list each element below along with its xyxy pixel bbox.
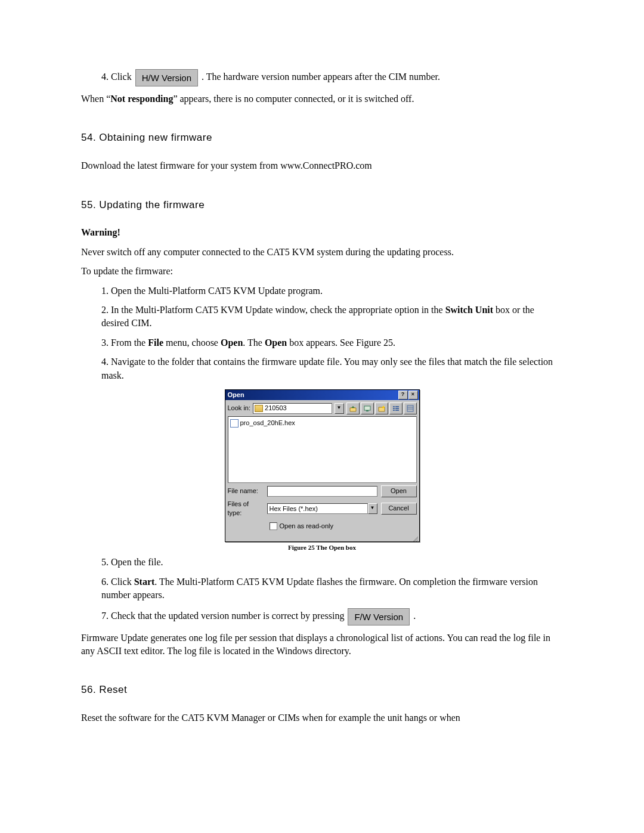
new-folder-icon[interactable] bbox=[375, 402, 388, 414]
sec55-never: Never switch off any computer connected … bbox=[81, 246, 563, 259]
sec55-toupdate: To update the firmware: bbox=[81, 265, 563, 278]
file-name: pro_osd_20hE.hex bbox=[240, 419, 295, 428]
svg-rect-4 bbox=[393, 408, 395, 409]
folder-icon bbox=[255, 405, 263, 412]
sec54-body: Download the latest firmware for your sy… bbox=[81, 159, 563, 172]
svg-rect-6 bbox=[393, 410, 395, 411]
svg-rect-2 bbox=[393, 406, 395, 407]
text: 4. Click bbox=[101, 72, 134, 82]
svg-rect-3 bbox=[395, 406, 399, 407]
list-item: 6. Click Start. The Multi-Platform CAT5 … bbox=[81, 575, 563, 602]
lookin-value: 210503 bbox=[265, 404, 287, 413]
file-icon bbox=[230, 419, 239, 428]
heading-56: 56. Reset bbox=[81, 683, 563, 697]
open-bold: Open bbox=[265, 337, 287, 348]
filetype-label: Files of type: bbox=[228, 500, 264, 518]
lookin-label: Look in: bbox=[228, 404, 251, 413]
sec56-body: Reset the software for the CAT5 KVM Mana… bbox=[81, 711, 563, 724]
open-dialog: Open ? × Look in: 210503 ▼ bbox=[225, 389, 420, 542]
fw-version-button[interactable]: F/W Version bbox=[348, 608, 410, 625]
svg-rect-5 bbox=[395, 408, 399, 409]
text: 6. Click bbox=[101, 577, 134, 587]
help-button[interactable]: ? bbox=[398, 391, 408, 400]
up-folder-icon[interactable] bbox=[346, 402, 360, 414]
list-view-icon[interactable] bbox=[389, 402, 402, 414]
resize-grip[interactable] bbox=[225, 535, 419, 541]
details-view-icon[interactable] bbox=[404, 402, 417, 414]
text: box appears. See Figure 25. bbox=[287, 337, 395, 348]
text: . The hardware version number appears af… bbox=[202, 72, 440, 82]
open-button[interactable]: Open bbox=[381, 485, 417, 497]
filename-label: File name: bbox=[228, 487, 264, 496]
switch-unit-bold: Switch Unit bbox=[445, 305, 493, 315]
cancel-button[interactable]: Cancel bbox=[381, 503, 417, 515]
svg-rect-7 bbox=[395, 410, 399, 411]
list-item: 3. From the File menu, choose Open. The … bbox=[81, 336, 563, 349]
list-item[interactable]: pro_osd_20hE.hex bbox=[230, 419, 414, 428]
sec55-logline: Firmware Update generates one log file p… bbox=[81, 631, 563, 658]
open-bold: Open bbox=[221, 337, 243, 348]
svg-rect-8 bbox=[407, 405, 413, 411]
text: ” appears, there is no computer connecte… bbox=[173, 94, 414, 104]
file-list[interactable]: pro_osd_20hE.hex bbox=[228, 416, 417, 483]
lookin-combo[interactable]: 210503 bbox=[253, 403, 332, 414]
file-bold: File bbox=[148, 337, 163, 348]
readonly-checkbox[interactable] bbox=[270, 522, 277, 530]
readonly-label: Open as read-only bbox=[280, 522, 334, 531]
list-item: 1. Open the Multi-Platform CAT5 KVM Upda… bbox=[81, 284, 563, 298]
svg-rect-1 bbox=[366, 410, 369, 411]
not-responding-line: When “Not responding” appears, there is … bbox=[81, 92, 563, 106]
text: 7. Check that the updated version number… bbox=[101, 611, 346, 621]
step-4-line: 4. Click H/W Version . The hardware vers… bbox=[81, 69, 563, 86]
figure-caption: Figure 25 The Open box bbox=[81, 543, 563, 552]
text: . The bbox=[243, 337, 265, 348]
list-item: 2. In the Multi-Platform CAT5 KVM Update… bbox=[81, 304, 563, 330]
filetype-combo[interactable]: Hex Files (*.hex) bbox=[267, 503, 368, 514]
warning-label: Warning! bbox=[81, 226, 563, 239]
not-responding-bold: Not responding bbox=[110, 94, 173, 104]
dialog-toolbar: Look in: 210503 ▼ bbox=[225, 400, 419, 416]
heading-54: 54. Obtaining new firmware bbox=[81, 131, 563, 145]
list-item: 5. Open the file. bbox=[81, 556, 563, 569]
dialog-titlebar: Open ? × bbox=[225, 390, 419, 400]
hw-version-button[interactable]: H/W Version bbox=[135, 69, 198, 86]
filename-input[interactable] bbox=[267, 486, 377, 497]
svg-rect-0 bbox=[364, 406, 370, 410]
text: When “ bbox=[81, 94, 110, 104]
list-item: 7. Check that the updated version number… bbox=[81, 608, 563, 625]
text: menu, choose bbox=[163, 337, 221, 348]
dialog-title: Open bbox=[228, 391, 244, 400]
chevron-down-icon[interactable]: ▼ bbox=[335, 403, 344, 414]
desktop-icon[interactable] bbox=[361, 402, 374, 414]
text: 2. In the Multi-Platform CAT5 KVM Update… bbox=[101, 305, 445, 315]
list-item: 4. Navigate to the folder that contains … bbox=[81, 355, 563, 382]
close-button[interactable]: × bbox=[408, 391, 418, 400]
text: 3. From the bbox=[101, 337, 148, 348]
chevron-down-icon[interactable]: ▼ bbox=[368, 503, 377, 514]
text: . bbox=[413, 611, 416, 621]
heading-55: 55. Updating the firmware bbox=[81, 198, 563, 212]
start-bold: Start bbox=[134, 577, 155, 587]
text: . The Multi-Platform CAT5 KVM Update fla… bbox=[101, 577, 538, 600]
